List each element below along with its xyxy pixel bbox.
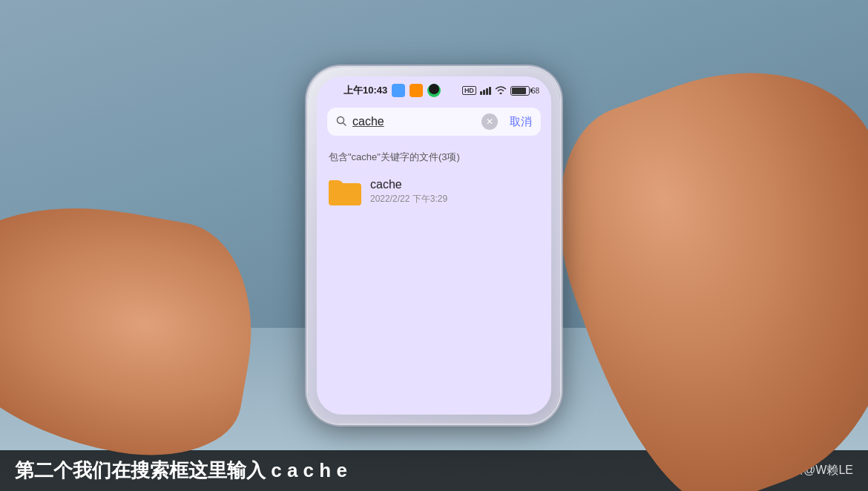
camera-hole — [429, 84, 439, 94]
signal-bar-4 — [489, 87, 491, 95]
app-icon-2 — [410, 84, 423, 97]
subtitle-text: 第二个我们在搜索框这里输入 c a c h e — [15, 458, 347, 484]
file-list-item[interactable]: cache 2022/2/22 下午3:29 — [317, 170, 551, 213]
signal-bar-2 — [483, 90, 485, 95]
battery-icon — [510, 86, 530, 96]
file-name: cache — [370, 178, 539, 191]
cancel-button[interactable]: 取消 — [510, 115, 532, 129]
wifi-icon — [495, 85, 507, 96]
signal-bars — [480, 87, 491, 95]
phone-screen: 上午10:43 HD — [317, 76, 551, 415]
svg-line-1 — [343, 122, 346, 125]
folder-icon — [329, 177, 361, 205]
app-icon-1 — [392, 84, 405, 97]
phone-frame: 上午10:43 HD — [308, 67, 560, 424]
search-query: cache — [352, 115, 476, 128]
time-display: 上午10:43 — [343, 84, 387, 97]
status-right: HD — [462, 85, 539, 96]
battery-fill — [512, 88, 526, 94]
clear-search-button[interactable]: ✕ — [481, 113, 498, 130]
battery-indicator: 68 — [510, 86, 539, 96]
results-header: 包含"cache"关键字的文件(3项) — [317, 142, 551, 170]
battery-level: 68 — [531, 87, 539, 95]
search-bar[interactable]: cache ✕ 取消 — [327, 108, 541, 136]
file-meta: 2022/2/22 下午3:29 — [370, 193, 539, 205]
status-left: 上午10:43 — [329, 84, 441, 97]
hd-badge: HD — [462, 86, 476, 95]
signal-bar-1 — [480, 91, 482, 95]
folder-body — [329, 183, 361, 205]
file-info: cache 2022/2/22 下午3:29 — [370, 178, 539, 205]
search-icon — [336, 116, 346, 128]
signal-bar-3 — [486, 88, 488, 95]
